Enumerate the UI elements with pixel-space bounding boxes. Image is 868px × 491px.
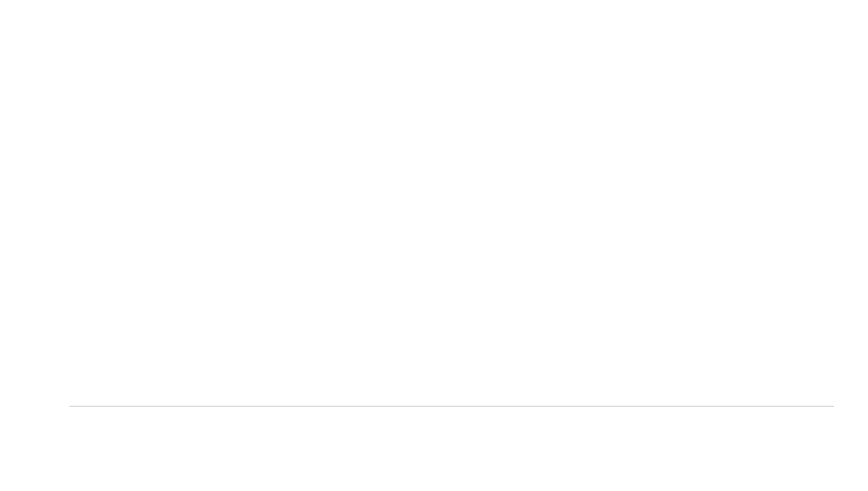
bars-section	[70, 33, 834, 407]
chart-container	[17, 16, 851, 476]
plot-area	[70, 33, 834, 407]
x-labels	[70, 411, 834, 476]
y-axis	[17, 33, 65, 407]
